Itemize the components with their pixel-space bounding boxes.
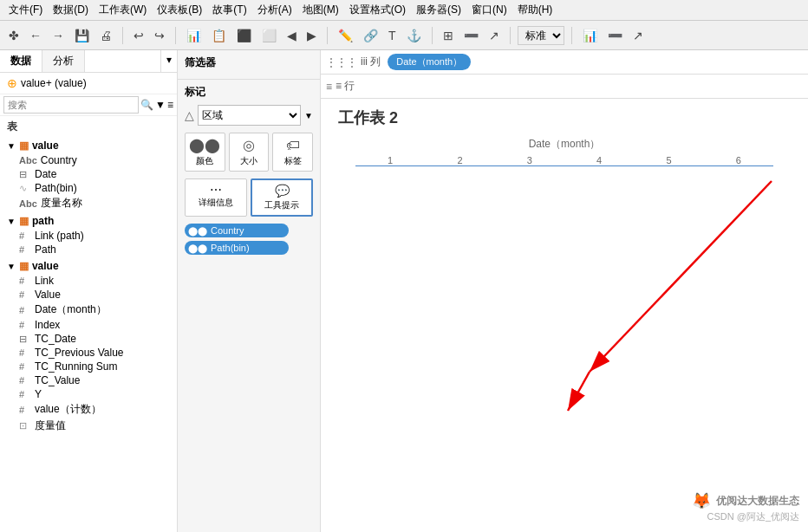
label-icon: 🏷 [286, 138, 300, 153]
toolbar-chart4[interactable]: ⬜ [258, 27, 280, 44]
menu-analysis[interactable]: 分析(A) [252, 3, 297, 17]
value-label: value+ (value) [21, 77, 87, 89]
menu-map[interactable]: 地图(M) [297, 3, 344, 17]
grid-icon: ⊡ [19, 420, 31, 431]
detail-icon: ⋯ [210, 183, 222, 197]
watermark-line1: 优阅达大数据生态 [716, 494, 799, 509]
item-label: TC_Date [35, 333, 76, 345]
collapse-icon: ▼ [7, 141, 16, 151]
tick-1: 1 [388, 155, 393, 165]
menu-window[interactable]: 窗口(N) [466, 3, 512, 17]
tree-group-value2: ▼ ▦ value # Link # Value # Date（month） [0, 258, 177, 434]
toolbar-print[interactable]: 🖨 [96, 27, 115, 44]
tree-group-header-value1[interactable]: ▼ ▦ value [0, 138, 177, 153]
menu-data[interactable]: 数据(D) [48, 3, 94, 17]
tree-item-link[interactable]: # Link [0, 274, 177, 288]
tree-group-value1: ▼ ▦ value Abc Country ⊟ Date ∿ Path(bin) [0, 138, 177, 211]
tree-item-measure-value[interactable]: ⊡ 度量值 [0, 418, 177, 434]
search-input[interactable] [3, 96, 139, 114]
menu-help[interactable]: 帮助(H) [512, 3, 558, 17]
hash-icon: # [19, 230, 31, 241]
list-button[interactable]: ≡ [167, 99, 173, 111]
tree-item-date-month[interactable]: # Date（month） [0, 302, 177, 318]
item-label: Path(bin) [35, 182, 77, 194]
menu-file[interactable]: 文件(F) [3, 3, 48, 17]
filter-button[interactable]: ▼ [155, 99, 166, 111]
tree-item-path[interactable]: # Path [0, 243, 177, 256]
tree-item-index[interactable]: # Index [0, 318, 177, 332]
tree-item-pathbin[interactable]: ∿ Path(bin) [0, 181, 177, 195]
marks-label: 标记 [185, 85, 313, 100]
toolbar-chart1[interactable]: 📊 [183, 27, 205, 44]
menu-server[interactable]: 服务器(S) [411, 3, 466, 17]
toolbar-grid[interactable]: ⊞ [440, 27, 457, 44]
marks-section: 标记 △ 区域 ▼ ⬤⬤ 颜色 ◎ 大小 🏷 标签 [178, 80, 320, 260]
tree-item-country[interactable]: Abc Country [0, 153, 177, 167]
tree-item-tc-prev[interactable]: # TC_Previous Value [0, 346, 177, 360]
toolbar-anchor[interactable]: ⚓ [403, 27, 425, 44]
marks-pill-pathbin[interactable]: ⬤⬤ Path(bin) [185, 241, 289, 255]
tree-item-value[interactable]: # Value [0, 288, 177, 302]
tree-group-header-path[interactable]: ▼ ▦ path [0, 213, 177, 229]
menu-worksheet[interactable]: 工作表(W) [94, 3, 152, 17]
tab-data[interactable]: 数据 [0, 50, 42, 72]
menu-dashboard[interactable]: 仪表板(B) [152, 3, 207, 17]
toolbar-back[interactable]: ← [26, 27, 45, 44]
collapse-icon3: ▼ [7, 262, 16, 271]
data-tree: ▼ ▦ value Abc Country ⊟ Date ∿ Path(bin) [0, 138, 177, 532]
toolbar-text[interactable]: T [385, 27, 400, 44]
tree-item-value-count[interactable]: # value（计数） [0, 401, 177, 418]
search-button[interactable]: 🔍 [140, 99, 153, 111]
menubar: 文件(F) 数据(D) 工作表(W) 仪表板(B) 故事(T) 分析(A) 地图… [0, 0, 808, 21]
toolbar-save[interactable]: 💾 [71, 27, 93, 44]
tab-analysis[interactable]: 分析 [42, 50, 85, 72]
column-pill-date[interactable]: Date（month） [388, 54, 471, 70]
menu-format[interactable]: 设置格式(O) [344, 3, 411, 17]
tree-item-measure-name[interactable]: Abc 度量名称 [0, 195, 177, 211]
toolbar-forward[interactable]: → [49, 27, 68, 44]
value-indicator: ⊕ value+ (value) [0, 73, 177, 94]
marks-pill-country[interactable]: ⬤⬤ Country [185, 224, 289, 237]
toolbar-next[interactable]: ▶ [303, 27, 320, 44]
toolbar-pen[interactable]: ✏️ [335, 27, 356, 44]
toolbar-chart2[interactable]: 📋 [208, 27, 230, 44]
left-panel: 数据 分析 ▾ ⊕ value+ (value) 🔍 ▼ ≡ 表 ▼ ▦ val… [0, 50, 178, 532]
marks-size-btn[interactable]: ◎ 大小 [229, 133, 270, 172]
toolbar-chart3[interactable]: ⬛ [233, 27, 255, 44]
toolbar-cross[interactable]: ✤ [5, 27, 23, 44]
pill-icon-2: ⬤⬤ [188, 243, 207, 253]
toolbar-view-select[interactable]: 标准 [518, 26, 564, 45]
toolbar-redo[interactable]: ↪ [151, 27, 168, 44]
tree-item-link-path[interactable]: # Link (path) [0, 229, 177, 243]
worksheet-title: 工作表 2 [338, 107, 791, 128]
group-name: value [32, 139, 59, 152]
marks-tooltip-btn[interactable]: 💬 工具提示 [251, 178, 313, 217]
item-label: 度量值 [35, 418, 66, 433]
toolbar-bar-chart[interactable]: 📊 [579, 27, 601, 44]
chart-axis: 1 2 3 4 5 6 [338, 155, 791, 165]
tree-group-header-value2[interactable]: ▼ ▦ value [0, 258, 177, 274]
pill-label-pathbin: Path(bin) [211, 243, 250, 253]
sep6 [571, 27, 572, 44]
marks-type-select[interactable]: 区域 [198, 105, 301, 126]
tree-item-tc-running[interactable]: # TC_Running Sum [0, 360, 177, 373]
toolbar-minus[interactable]: ➖ [460, 27, 482, 44]
tab-arrow[interactable]: ▾ [160, 50, 177, 72]
marks-label-btn[interactable]: 🏷 标签 [272, 133, 313, 172]
tree-item-date[interactable]: ⊟ Date [0, 167, 177, 181]
toolbar-undo[interactable]: ↩ [130, 27, 147, 44]
tree-item-y[interactable]: # Y [0, 387, 177, 401]
hash-icon7: # [19, 347, 31, 358]
tree-item-tc-value[interactable]: # TC_Value [0, 373, 177, 387]
toolbar-link[interactable]: 🔗 [360, 27, 381, 44]
filter-label: 筛选器 [185, 55, 313, 70]
marks-detail-btn[interactable]: ⋯ 详细信息 [185, 178, 247, 217]
menu-story[interactable]: 故事(T) [207, 3, 251, 17]
tree-item-tc-date[interactable]: ⊟ TC_Date [0, 332, 177, 346]
marks-color-btn[interactable]: ⬤⬤ 颜色 [185, 133, 225, 172]
toolbar-share[interactable]: ↗ [485, 27, 503, 44]
toolbar-prev[interactable]: ◀ [283, 27, 300, 44]
db-icon: ▦ [19, 139, 29, 152]
toolbar-minus2[interactable]: ➖ [604, 27, 626, 44]
toolbar-share2[interactable]: ↗ [629, 27, 647, 44]
